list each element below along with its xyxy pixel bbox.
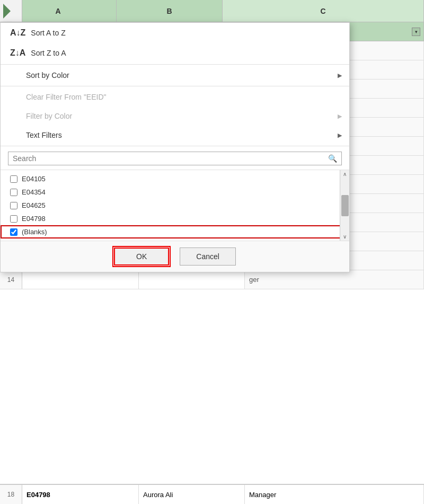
checkbox-label-e04105: E04105 <box>22 175 46 183</box>
table-row: 14 ger <box>0 270 424 289</box>
checkbox-item-e04105[interactable]: E04105 <box>1 172 349 185</box>
checkbox-e04354[interactable] <box>10 189 17 196</box>
scroll-thumb[interactable] <box>341 195 349 216</box>
sort-by-color-arrow: ▶ <box>338 72 342 79</box>
bottom-cell-b: Aurora Ali <box>139 485 245 504</box>
checkbox-e04625[interactable] <box>10 202 17 209</box>
corner-triangle <box>3 4 11 19</box>
sort-za-label: Sort Z to A <box>31 49 66 57</box>
search-input[interactable] <box>13 154 328 163</box>
filter-dropdown-menu: A↓Z Sort A to Z Z↓A Sort Z to A Sort by … <box>0 22 350 272</box>
clear-filter-menuitem[interactable]: Clear Filter From "EEID" <box>1 87 349 107</box>
sort-az-icon: A↓Z <box>10 28 25 38</box>
menu-separator-2 <box>1 86 349 86</box>
checkbox-item-blanks[interactable]: (Blanks) <box>1 225 349 238</box>
text-filters-arrow: ▶ <box>338 132 342 139</box>
sort-by-color-menuitem[interactable]: Sort by Color ▶ <box>1 66 349 85</box>
menu-separator-1 <box>1 64 349 65</box>
corner-header <box>0 0 22 22</box>
row-number-18: 18 <box>0 485 22 504</box>
dialog-buttons: OK Cancel <box>1 241 349 272</box>
scroll-down-arrow[interactable]: ∨ <box>343 234 347 240</box>
checkbox-blanks[interactable] <box>10 228 17 236</box>
sort-za-menuitem[interactable]: Z↓A Sort Z to A <box>1 43 349 63</box>
checkbox-label-e04354: E04354 <box>22 188 46 196</box>
filter-by-color-arrow: ▶ <box>338 113 342 120</box>
checkbox-label-e04798: E04798 <box>22 215 46 223</box>
search-icon: 🔍 <box>328 154 337 163</box>
checkbox-label-blanks: (Blanks) <box>22 228 47 236</box>
checkbox-list-container: E04105 E04354 E04625 E04798 (Blanks) ∧ <box>1 170 349 241</box>
checkbox-item-e04354[interactable]: E04354 <box>1 185 349 199</box>
col-header-c: C <box>223 0 424 22</box>
sort-za-icon: Z↓A <box>10 48 25 58</box>
checkbox-label-e04625: E04625 <box>22 201 46 209</box>
checkbox-item-e04625[interactable]: E04625 <box>1 199 349 212</box>
bottom-row: 18 E04798 Aurora Ali Manager <box>0 484 424 504</box>
checkbox-e04105[interactable] <box>10 175 17 183</box>
bottom-cell-a: E04798 <box>22 485 139 504</box>
clear-filter-label: Clear Filter From "EEID" <box>26 93 107 101</box>
sort-az-menuitem[interactable]: A↓Z Sort A to Z <box>1 23 349 43</box>
filter-by-color-label: Filter by Color <box>26 112 72 120</box>
checkbox-e04798[interactable] <box>10 215 17 223</box>
menu-separator-3 <box>1 146 349 146</box>
sort-by-color-label: Sort by Color <box>26 71 69 79</box>
bottom-cell-c: Manager <box>245 485 424 504</box>
text-filters-menuitem[interactable]: Text Filters ▶ <box>1 126 349 145</box>
scroll-up-arrow[interactable]: ∧ <box>343 171 347 177</box>
col-header-b: B <box>117 0 223 22</box>
scrollbar[interactable]: ∧ ∨ <box>340 170 349 241</box>
column-headers: A B C <box>0 0 424 22</box>
ok-button[interactable]: OK <box>114 247 169 266</box>
sort-az-label: Sort A to Z <box>31 29 65 37</box>
checkbox-item-e04798[interactable]: E04798 <box>1 212 349 225</box>
search-box[interactable]: 🔍 <box>8 152 342 165</box>
cancel-button[interactable]: Cancel <box>180 247 236 266</box>
filter-by-color-menuitem[interactable]: Filter by Color ▶ <box>1 107 349 126</box>
checkbox-list: E04105 E04354 E04625 E04798 (Blanks) <box>1 170 349 241</box>
text-filters-label: Text Filters <box>26 131 62 139</box>
filter-dropdown-btn-c[interactable]: ▾ <box>412 28 420 36</box>
search-box-wrap: 🔍 <box>1 147 349 170</box>
